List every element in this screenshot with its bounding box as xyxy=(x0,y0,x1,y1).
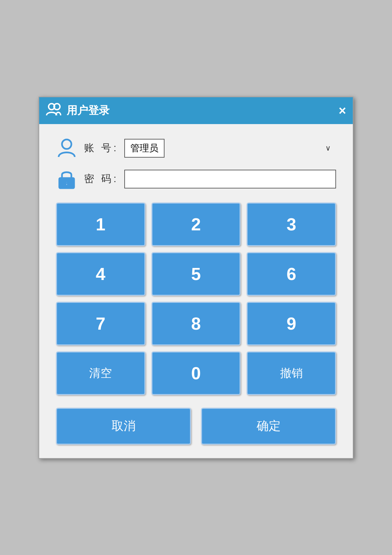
key-4[interactable]: 4 xyxy=(56,252,145,296)
key-0[interactable]: 0 xyxy=(151,351,241,395)
dialog-body: 账 号: 管理员 密 码: xyxy=(39,124,353,458)
key-8[interactable]: 8 xyxy=(151,302,241,345)
numpad: 1 2 3 4 5 6 7 8 9 清空 0 撤销 xyxy=(56,203,336,395)
account-icon xyxy=(56,137,77,159)
password-label: 密 码: xyxy=(84,172,118,186)
title-bar: 用户登录 × xyxy=(39,97,353,124)
login-dialog: 用户登录 × 账 号: 管理员 xyxy=(39,97,353,459)
account-row: 账 号: 管理员 xyxy=(56,137,336,159)
key-backspace[interactable]: 撤销 xyxy=(247,351,336,395)
password-input[interactable] xyxy=(124,170,336,188)
key-7[interactable]: 7 xyxy=(56,302,145,345)
key-5[interactable]: 5 xyxy=(151,252,241,296)
lock-icon xyxy=(56,168,77,190)
action-row: 取消 确定 xyxy=(56,408,336,445)
account-select[interactable]: 管理员 xyxy=(124,139,165,158)
key-3[interactable]: 3 xyxy=(247,203,336,246)
cancel-button[interactable]: 取消 xyxy=(56,408,191,445)
key-9[interactable]: 9 xyxy=(247,302,336,345)
key-6[interactable]: 6 xyxy=(247,252,336,296)
key-clear[interactable]: 清空 xyxy=(56,351,145,395)
password-row: 密 码: xyxy=(56,168,336,190)
key-2[interactable]: 2 xyxy=(151,203,241,246)
close-button[interactable]: × xyxy=(339,104,346,117)
confirm-button[interactable]: 确定 xyxy=(201,408,336,445)
svg-point-2 xyxy=(62,140,71,149)
svg-rect-5 xyxy=(66,183,68,186)
account-select-wrapper[interactable]: 管理员 xyxy=(124,139,336,158)
key-1[interactable]: 1 xyxy=(56,203,145,246)
account-label: 账 号: xyxy=(84,141,118,155)
users-icon xyxy=(46,102,61,119)
dialog-title: 用户登录 xyxy=(67,103,333,118)
